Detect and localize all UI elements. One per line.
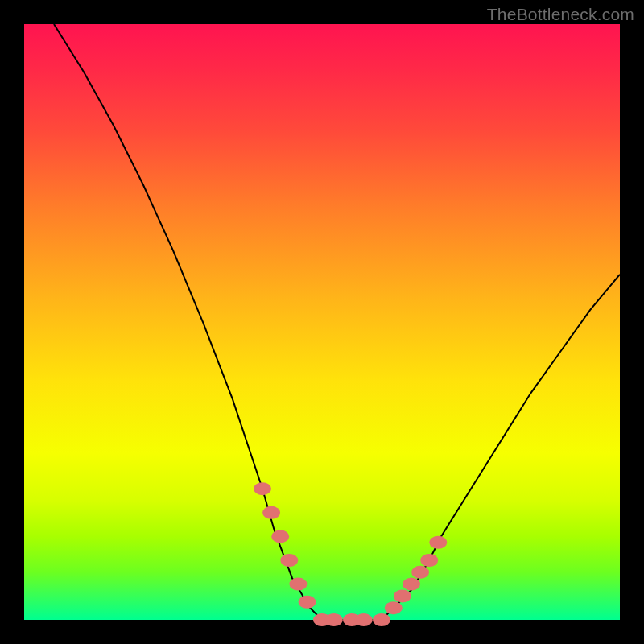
marker-point — [373, 613, 390, 626]
marker-point — [271, 530, 289, 543]
marker-point — [355, 613, 373, 626]
marker-point — [280, 554, 298, 567]
bottleneck-curve — [54, 24, 620, 620]
marker-point — [394, 589, 411, 602]
plot-area — [24, 24, 620, 620]
marker-point — [385, 601, 402, 614]
watermark-text: TheBottleneck.com — [487, 5, 634, 24]
marker-point — [325, 613, 343, 626]
chart-stage: TheBottleneck.com — [0, 0, 644, 644]
chart-svg — [24, 24, 620, 620]
marker-point — [402, 578, 420, 591]
marker-point — [254, 482, 271, 495]
marker-point — [299, 596, 316, 609]
marker-point — [420, 554, 438, 567]
marker-point — [429, 536, 447, 549]
marker-point — [411, 566, 429, 579]
marker-point — [289, 578, 307, 591]
marker-point — [262, 506, 280, 519]
